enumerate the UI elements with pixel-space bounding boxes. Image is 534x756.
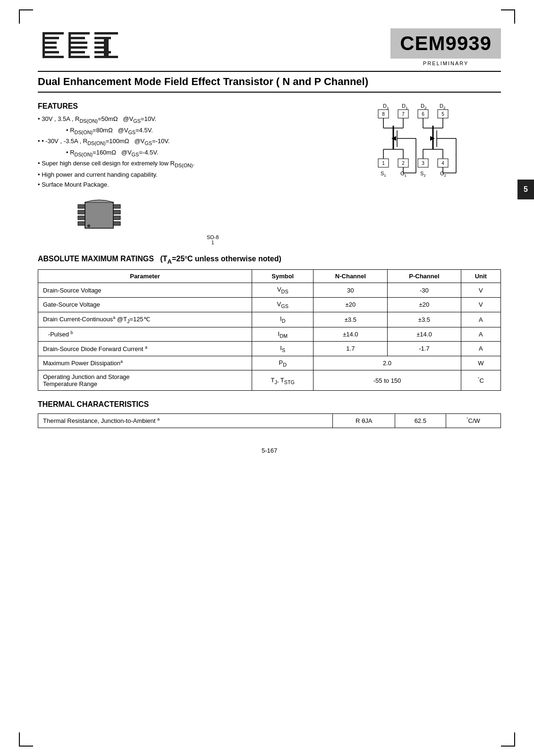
thermal-param: Thermal Resistance, Junction-to-Ambient …: [38, 414, 333, 428]
page-tab: 5: [517, 180, 534, 199]
p-channel-cell: ±14.0: [388, 327, 461, 342]
unit-cell: V: [461, 283, 500, 298]
unit-cell: W: [461, 356, 500, 370]
svg-rect-5: [42, 56, 64, 58]
unit-cell: A: [461, 312, 500, 327]
svg-rect-14: [94, 32, 118, 34]
svg-rect-8: [68, 37, 85, 39]
svg-rect-16: [94, 37, 111, 39]
feature-item-1: 30V , 3.5A , RDS(ON)=50mΩ @VGS=10V.: [38, 115, 350, 124]
thermal-table: Thermal Resistance, Junction-to-Ambient …: [38, 413, 501, 428]
thermal-value: 62.5: [395, 414, 446, 428]
title-section: Dual Enhancement Mode Field Effect Trans…: [38, 71, 501, 93]
features-section: FEATURES 30V , 3.5A , RDS(ON)=50mΩ @VGS=…: [38, 102, 501, 245]
page: 5: [0, 0, 534, 756]
svg-rect-25: [78, 222, 85, 225]
unit-cell: A: [461, 342, 500, 356]
so8-package-svg: [76, 195, 123, 233]
combined-cell: -55 to 150: [314, 370, 461, 391]
svg-rect-11: [68, 51, 85, 53]
combined-cell: 2.0: [314, 356, 461, 370]
svg-rect-29: [113, 222, 120, 225]
svg-text:1: 1: [382, 161, 385, 166]
svg-text:D1: D1: [402, 103, 408, 110]
feature-item-7: Surface Mount Package.: [38, 181, 350, 188]
symbol-cell: IDM: [252, 327, 314, 342]
features-header: FEATURES: [38, 102, 350, 111]
unit-cell: °C: [461, 370, 500, 391]
features-list: 30V , 3.5A , RDS(ON)=50mΩ @VGS=10V. RDS(…: [38, 115, 350, 188]
part-number-area: CEM9939 PRELIMINARY: [390, 28, 501, 66]
package-diagram-area: SO-8 1: [76, 195, 350, 245]
thermal-unit: °C/W: [446, 414, 500, 428]
features-text: FEATURES 30V , 3.5A , RDS(ON)=50mΩ @VGS=…: [38, 102, 350, 245]
package-label: SO-8: [76, 234, 350, 240]
svg-text:5: 5: [441, 112, 444, 117]
table-row: Maximum Power Dissipationa PD 2.0 W: [38, 356, 501, 370]
symbol-cell: VDS: [252, 283, 314, 298]
p-channel-cell: -30: [388, 283, 461, 298]
symbol-cell: IS: [252, 342, 314, 356]
svg-rect-13: [68, 32, 71, 58]
feature-item-2: RDS(ON)=80mΩ @VGS=4.5V.: [66, 127, 350, 135]
thermal-section: THERMAL CHARACTERISTICS Thermal Resistan…: [38, 400, 501, 428]
package-note: 1: [76, 240, 350, 245]
param-cell: Drain Current-Continuousa @TJ=125℃: [38, 312, 252, 327]
abs-ratings-section: ABSOLUTE MAXIMUM RATINGS (TA=25oC unless…: [38, 255, 501, 391]
table-row: Gate-Source Voltage VGS ±20 ±20 V: [38, 298, 501, 312]
svg-rect-23: [78, 210, 85, 214]
svg-rect-28: [113, 216, 120, 220]
svg-rect-20: [94, 56, 118, 58]
p-channel-cell: ±20: [388, 298, 461, 312]
table-row: Drain Current-Continuousa @TJ=125℃ ID ±3…: [38, 312, 501, 327]
svg-rect-10: [68, 46, 87, 49]
preliminary-label: PRELIMINARY: [390, 60, 501, 66]
feature-item-5: Super high dense cell design for extreme…: [38, 160, 350, 168]
svg-text:2: 2: [402, 161, 405, 166]
svg-rect-12: [68, 56, 90, 58]
n-channel-cell: ±14.0: [314, 327, 388, 342]
svg-rect-9: [68, 42, 87, 44]
main-title: Dual Enhancement Mode Field Effect Trans…: [38, 76, 368, 87]
col-p-channel: P-Channel: [388, 270, 461, 283]
n-channel-cell: ±3.5: [314, 312, 388, 327]
n-channel-cell: ±20: [314, 298, 388, 312]
pin-diagram-svg: D1 D1 D2 D2 8 7 6 5: [369, 102, 501, 206]
unit-cell: V: [461, 298, 500, 312]
corner-mark-tr: [501, 9, 515, 24]
svg-text:S2: S2: [420, 171, 426, 178]
table-row: Operating Junction and StorageTemperatur…: [38, 370, 501, 391]
svg-rect-4: [42, 51, 59, 53]
col-parameter: Parameter: [38, 270, 252, 283]
svg-rect-6: [42, 32, 45, 58]
logo-area: [38, 28, 123, 66]
svg-rect-22: [78, 205, 85, 208]
svg-text:G1: G1: [400, 171, 407, 178]
svg-rect-0: [42, 32, 64, 34]
header: CEM9939 PRELIMINARY: [38, 28, 501, 66]
svg-rect-19: [94, 51, 111, 53]
col-n-channel: N-Channel: [314, 270, 388, 283]
svg-text:D2: D2: [440, 103, 446, 110]
table-row: Drain-Source Voltage VDS 30 -30 V: [38, 283, 501, 298]
symbol-cell: VGS: [252, 298, 314, 312]
corner-mark-bl: [19, 732, 33, 747]
param-cell: Drain-Source Voltage: [38, 283, 252, 298]
feature-item-3: • -30V , -3.5A , RDS(ON)=100mΩ @VGS=-10V…: [38, 137, 350, 146]
svg-rect-18: [94, 46, 109, 49]
pin-diagram: D1 D1 D2 D2 8 7 6 5: [369, 102, 501, 245]
corner-mark-br: [501, 732, 515, 747]
page-number: 5-167: [38, 447, 501, 454]
symbol-cell: TJ, TSTG: [252, 370, 314, 391]
col-unit: Unit: [461, 270, 500, 283]
p-channel-cell: -1.7: [388, 342, 461, 356]
thermal-symbol: R θJA: [333, 414, 395, 428]
svg-rect-1: [42, 37, 59, 39]
param-cell: Maximum Power Dissipationa: [38, 356, 252, 370]
part-number: CEM9939: [400, 32, 492, 54]
svg-text:D2: D2: [421, 103, 427, 110]
ratings-table: Parameter Symbol N-Channel P-Channel Uni…: [38, 269, 501, 391]
table-row: -Pulsed b IDM ±14.0 ±14.0 A: [38, 327, 501, 342]
svg-rect-17: [94, 42, 109, 44]
param-cell: Drain-Source Diode Forward Current a: [38, 342, 252, 356]
